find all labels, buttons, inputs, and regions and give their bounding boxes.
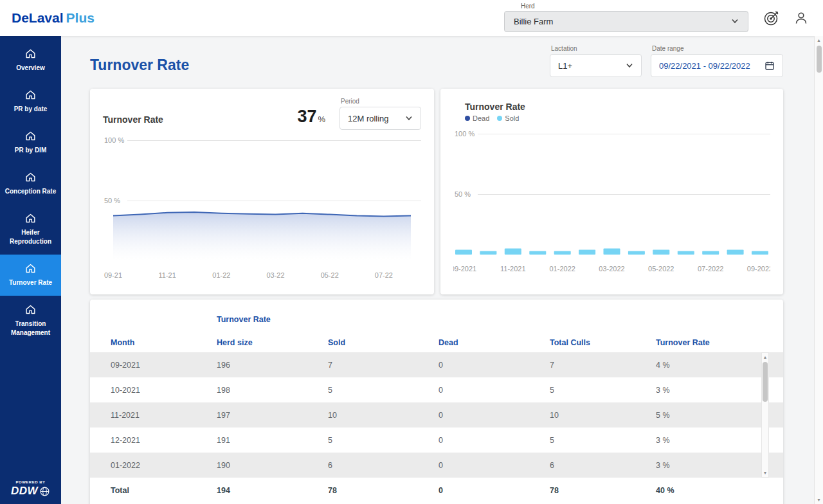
sidebar-item-label: PR by date bbox=[14, 105, 48, 114]
table-cell: 5 bbox=[550, 436, 656, 445]
lactation-select[interactable]: L1+ bbox=[550, 54, 642, 77]
table-scroll-up-arrow[interactable]: ▲ bbox=[763, 353, 768, 361]
home-icon bbox=[24, 130, 37, 142]
svg-text:05-22: 05-22 bbox=[321, 271, 339, 279]
table-cell: 0 bbox=[439, 486, 550, 495]
svg-text:09-2022: 09-2022 bbox=[747, 265, 770, 273]
table-cell: 0 bbox=[439, 436, 550, 445]
table-cell: 0 bbox=[439, 361, 550, 370]
table-header-row: MonthHerd sizeSoldDeadTotal CullsTurnove… bbox=[90, 333, 783, 352]
table-cell: 01-2022 bbox=[111, 461, 217, 470]
herd-select-field: Herd Billie Farm bbox=[504, 3, 748, 32]
table-cell: 10-2021 bbox=[111, 386, 217, 395]
table-cell: 0 bbox=[439, 461, 550, 470]
ddw-logo: DDW bbox=[11, 485, 50, 498]
lactation-field: Lactation L1+ bbox=[550, 45, 642, 77]
table-cell: 09-2021 bbox=[111, 361, 217, 370]
svg-text:03-2022: 03-2022 bbox=[599, 265, 624, 273]
column-header: Total Culls bbox=[550, 338, 656, 347]
table-row: 11-2021197100105 % bbox=[90, 402, 783, 428]
kpi-value: 37 bbox=[297, 107, 316, 127]
column-header: Turnover Rate bbox=[656, 338, 765, 347]
table-cell: 0 bbox=[439, 386, 550, 395]
period-field: Period 12M rolling bbox=[339, 98, 421, 130]
svg-text:50 %: 50 % bbox=[104, 197, 120, 204]
legend-dot bbox=[465, 116, 470, 121]
column-header: Month bbox=[111, 338, 217, 347]
period-select[interactable]: 12M rolling bbox=[339, 107, 421, 130]
svg-text:09-2021: 09-2021 bbox=[453, 265, 476, 273]
sidebar-item-label: Overview bbox=[16, 64, 44, 73]
column-header: Dead bbox=[439, 338, 550, 347]
table-cell: 5 % bbox=[656, 411, 765, 420]
table-cell: 190 bbox=[217, 461, 328, 470]
table-scrollbar-thumb[interactable] bbox=[763, 362, 768, 402]
svg-text:05-2022: 05-2022 bbox=[648, 265, 674, 273]
table-cell: 12-2021 bbox=[111, 436, 217, 445]
table-cell: Total bbox=[111, 486, 217, 495]
svg-text:01-22: 01-22 bbox=[212, 271, 230, 279]
svg-text:07-22: 07-22 bbox=[375, 271, 393, 279]
table-cell: 10 bbox=[328, 411, 439, 420]
table-cell: 3 % bbox=[656, 386, 765, 395]
account-button[interactable] bbox=[791, 8, 811, 28]
sidebar: OverviewPR by datePR by DIMConception Ra… bbox=[0, 36, 61, 504]
herd-label: Herd bbox=[521, 3, 748, 10]
filters: Lactation L1+ Date range 09/22/2021 - 09… bbox=[550, 45, 783, 77]
date-range-input[interactable]: 09/22/2021 - 09/22/2022 bbox=[651, 54, 783, 77]
chevron-down-icon bbox=[626, 63, 633, 68]
sidebar-item-heifer-reproduction[interactable]: Heifer Reproduction bbox=[0, 204, 61, 255]
herd-select[interactable]: Billie Farm bbox=[504, 11, 748, 32]
table-cell: 5 bbox=[328, 386, 439, 395]
scroll-up-arrow[interactable]: ▲ bbox=[817, 36, 821, 44]
top-header: DeLavalPlus Herd Billie Farm bbox=[0, 0, 823, 36]
sidebar-item-conception-rate[interactable]: Conception Rate bbox=[0, 163, 61, 204]
target-icon bbox=[763, 10, 780, 26]
target-button[interactable] bbox=[761, 8, 782, 28]
table-row: 12-20211915053 % bbox=[90, 428, 783, 453]
page-title: Turnover Rate bbox=[90, 57, 189, 74]
kpi: 37 % bbox=[297, 107, 325, 127]
table-cell: 6 bbox=[550, 461, 656, 470]
table-cell: 78 bbox=[328, 486, 439, 495]
svg-text:01-2022: 01-2022 bbox=[550, 265, 575, 273]
table-cell: 5 bbox=[550, 386, 656, 395]
table-scroll-down-arrow[interactable]: ▼ bbox=[763, 469, 768, 477]
table-scrollbar[interactable]: ▲ ▼ bbox=[761, 352, 769, 478]
page-scrollbar-thumb[interactable] bbox=[817, 46, 822, 73]
sidebar-item-pr-by-date[interactable]: PR by date bbox=[0, 81, 61, 122]
home-icon bbox=[24, 171, 37, 183]
svg-text:100 %: 100 % bbox=[104, 136, 124, 144]
svg-text:100 %: 100 % bbox=[455, 130, 475, 138]
calendar-icon bbox=[764, 60, 775, 71]
table-cell: 191 bbox=[217, 436, 328, 445]
sidebar-item-transition-management[interactable]: Transition Management bbox=[0, 296, 61, 346]
column-header: Sold bbox=[328, 338, 439, 347]
table-row: 10-20211985053 % bbox=[90, 377, 783, 402]
legend-item-sold[interactable]: Sold bbox=[497, 114, 519, 122]
sidebar-item-label: Turnover Rate bbox=[9, 278, 52, 287]
ddw-text: DDW bbox=[11, 485, 38, 498]
date-range-label: Date range bbox=[652, 45, 783, 52]
table-row: 01-20221906063 % bbox=[90, 453, 783, 478]
home-icon bbox=[24, 48, 37, 60]
table-cell: 198 bbox=[217, 386, 328, 395]
sidebar-item-pr-by-dim[interactable]: PR by DIM bbox=[0, 122, 61, 163]
table-cell: 3 % bbox=[656, 461, 765, 470]
table-rows: 09-20211967074 %10-20211985053 %11-20211… bbox=[90, 352, 783, 478]
table-cell: 4 % bbox=[656, 361, 765, 370]
sidebar-item-turnover-rate[interactable]: Turnover Rate bbox=[0, 255, 61, 296]
table-cell: 10 bbox=[550, 411, 656, 420]
table-cell: 3 % bbox=[656, 436, 765, 445]
sidebar-item-overview[interactable]: Overview bbox=[0, 40, 61, 81]
home-icon bbox=[24, 262, 37, 274]
legend-item-dead[interactable]: Dead bbox=[465, 114, 489, 122]
turnover-monthly-card: Turnover Rate DeadSold 100 %50 %09-20211… bbox=[440, 89, 783, 294]
sidebar-item-label: Heifer Reproduction bbox=[3, 228, 58, 246]
logo-delaval: DeLaval bbox=[12, 10, 64, 25]
home-icon bbox=[24, 212, 37, 224]
lactation-label: Lactation bbox=[551, 45, 642, 52]
scroll-down-arrow[interactable]: ▼ bbox=[817, 496, 821, 504]
home-icon bbox=[24, 89, 37, 101]
page-scrollbar[interactable]: ▲ ▼ bbox=[814, 36, 823, 504]
